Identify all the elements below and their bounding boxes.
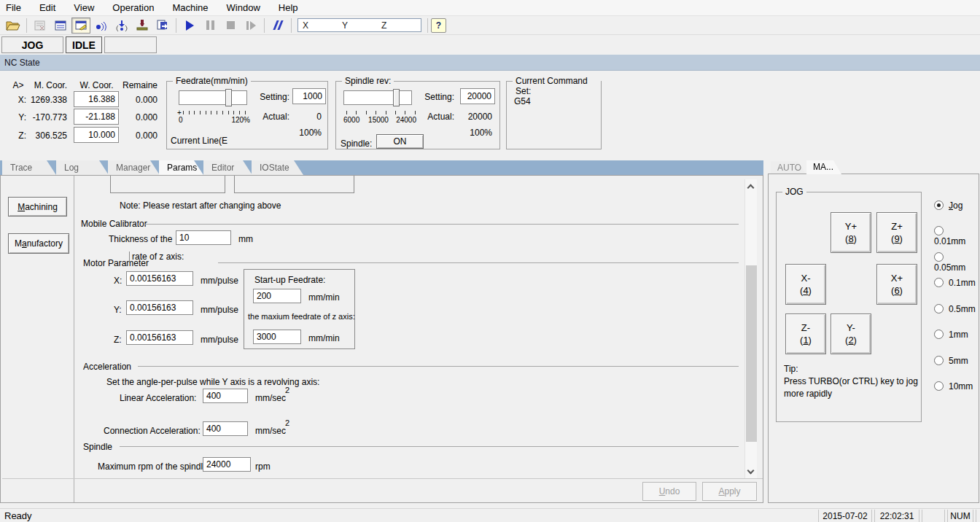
menu-edit[interactable]: Edit [39, 1, 63, 15]
mode-jog-box[interactable]: JOG [1, 36, 63, 53]
feedrate-actual-value: 0 [289, 112, 322, 122]
scroll-down-icon[interactable] [747, 467, 755, 475]
motor-y-label: Y: [114, 305, 122, 315]
motor-z-input[interactable]: 0.00156163 [126, 330, 193, 345]
start-button[interactable] [180, 17, 199, 34]
jog-y-minus-button[interactable]: Y- (2) [831, 313, 871, 354]
tab-editor[interactable]: Editor [203, 160, 252, 175]
spindle-actual-label: Actual: [424, 112, 454, 122]
spindle-on-button[interactable]: ON [376, 134, 424, 149]
tab-log[interactable]: Log [56, 160, 109, 175]
manual-pad-toggle-pressed[interactable] [71, 17, 90, 34]
xyz-command-input[interactable]: X Y Z [298, 18, 421, 32]
max-rpm-input[interactable]: 24000 [203, 457, 251, 472]
radio-icon[interactable] [934, 252, 944, 262]
feedrate-scale-min: 0 [179, 116, 183, 124]
goto-reference-button[interactable] [92, 17, 111, 34]
step-radio-01mm[interactable]: 0.1mm [934, 278, 976, 288]
play-icon [186, 20, 194, 31]
step-radio-10mm[interactable]: 10mm [934, 381, 973, 392]
spindle-slider-track[interactable] [343, 90, 412, 105]
tab-trace[interactable]: Trace [2, 160, 56, 175]
section-line [144, 224, 739, 225]
acceleration-title: Acceleration [83, 362, 131, 372]
menu-help[interactable]: Help [279, 1, 306, 15]
export-button[interactable] [153, 17, 172, 34]
linear-accel-input[interactable]: 400 [203, 389, 248, 403]
jog-z-minus-button[interactable]: Z- (1) [785, 313, 826, 354]
spindle-slider-thumb[interactable] [393, 89, 400, 106]
step-icon [246, 21, 256, 30]
menu-operation[interactable]: Operation [112, 1, 162, 15]
step-radio-005mm[interactable]: 0.05mm [934, 252, 979, 273]
motor-x-input[interactable]: 0.00156163 [126, 271, 193, 286]
simulate-button[interactable] [268, 17, 287, 34]
jog-y-plus-button[interactable]: Y+ (8) [831, 212, 871, 253]
radio-icon[interactable] [934, 381, 944, 391]
jog-tip: Tip: Press TURBO(or CTRL) key to jog mor… [784, 363, 919, 400]
radio-icon[interactable] [934, 356, 944, 365]
clipped-input-box-2[interactable] [234, 175, 354, 193]
back-to-workpiece-origin-button[interactable] [112, 17, 131, 34]
menu-file[interactable]: File [6, 1, 29, 15]
startup-feedrate-input[interactable]: 200 [253, 289, 301, 303]
pause-button-disabled [201, 17, 219, 34]
radio-icon[interactable] [934, 226, 944, 235]
machining-category-button[interactable]: Machining [8, 197, 67, 217]
tab-auto[interactable]: AUTO [771, 161, 806, 174]
step-radio-5mm[interactable]: 5mm [934, 356, 968, 366]
menu-view[interactable]: View [74, 1, 102, 15]
work-coord-x[interactable]: 16.388 [74, 91, 119, 107]
motor-z-unit: mm/pulse [201, 335, 238, 345]
step-radio-1mm[interactable]: 1mm [934, 330, 968, 340]
spindle-scale-max: 24000 [392, 116, 416, 124]
params-scrollbar[interactable] [744, 179, 757, 478]
section-line [218, 262, 739, 263]
coord-header-wcoor: W. Coor. [77, 80, 117, 90]
menu-machine[interactable]: Machine [172, 1, 216, 15]
connection-accel-input[interactable]: 400 [203, 421, 248, 436]
document-lines-icon [55, 20, 66, 31]
radio-icon[interactable] [934, 304, 944, 313]
manufactory-category-button[interactable]: Manufactory [8, 233, 69, 254]
tab-iostate[interactable]: IOState [252, 160, 303, 175]
feedrate-setting-value[interactable]: 1000 [292, 88, 326, 104]
spindle-setting-value[interactable]: 20000 [460, 88, 495, 104]
scroll-up-icon[interactable] [747, 184, 755, 192]
work-coord-z[interactable]: 10.000 [74, 127, 119, 143]
application-window: File Edit View Operation Machine Window … [0, 0, 980, 522]
feedrate-group: Feedrate(mm/min) + 0 120% Setting: 1000 … [166, 81, 328, 149]
mobile-calibrator-button[interactable] [133, 17, 152, 34]
tab-manager[interactable]: Manager [108, 160, 160, 175]
tab-params[interactable]: Params [159, 160, 203, 175]
step-radio-05mm[interactable]: 0.5mm [934, 304, 976, 314]
jog-x-minus-button[interactable]: X- (4) [785, 264, 826, 305]
menu-window[interactable]: Window [227, 1, 268, 15]
jog-x-plus-button[interactable]: X+ (6) [876, 264, 917, 305]
feedrate-ticks [183, 111, 250, 114]
radio-selected-icon[interactable] [934, 200, 944, 210]
zmax-feedrate-input[interactable]: 3000 [253, 330, 301, 344]
log-view-button[interactable] [51, 17, 70, 34]
jog-z-plus-button[interactable]: Z+ (9) [876, 212, 917, 253]
radio-icon[interactable] [934, 330, 944, 339]
scrollbar-thumb[interactable] [746, 265, 757, 442]
calibrator-icon [136, 20, 148, 31]
startup-feedrate-box: Start-up Feedrate: 200 mm/min the maxium… [244, 269, 355, 349]
feedrate-slider-thumb[interactable] [225, 89, 232, 106]
question-mark-icon: ? [436, 20, 441, 31]
open-file-button[interactable] [4, 17, 23, 34]
clipped-input-box-1[interactable] [110, 175, 225, 193]
step-radio-jog[interactable]: Jog [934, 200, 962, 211]
motor-y-input[interactable]: 0.00156163 [126, 300, 193, 315]
linear-accel-label: Linear Acceleration: [120, 393, 196, 403]
work-coord-y[interactable]: -21.188 [74, 109, 119, 125]
step-radio-001mm[interactable]: 0.01mm [934, 226, 979, 246]
tab-manual[interactable]: MA... [806, 160, 841, 174]
spindle-setting-label: Setting: [424, 92, 454, 102]
feedrate-slider-track[interactable] [179, 90, 247, 105]
help-button[interactable]: ? [431, 18, 446, 33]
radio-icon[interactable] [934, 278, 944, 287]
thickness-input[interactable]: 10 [176, 230, 231, 245]
remain-x: 0.000 [125, 95, 158, 105]
